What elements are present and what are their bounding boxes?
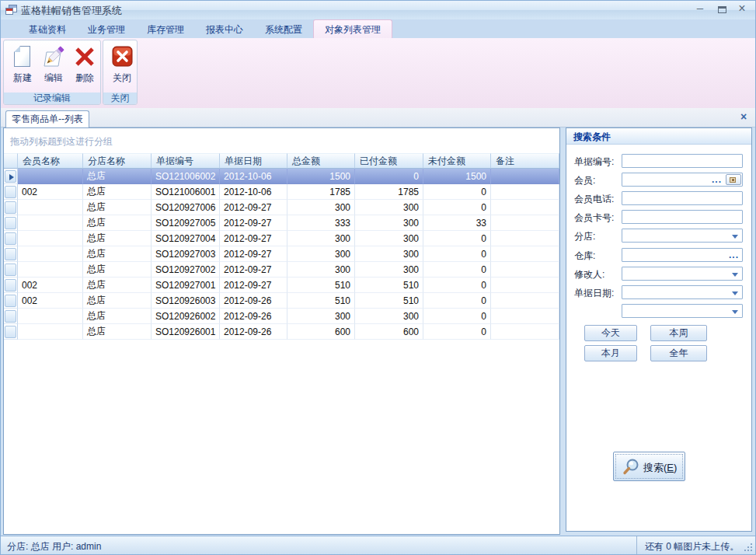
ellipsis-button[interactable]: ... [712, 174, 722, 185]
app-window: 蓝格鞋帽销售管理系统 – × 基础资料业务管理库存管理报表中心系统配置对象列表管… [0, 0, 756, 555]
statusbar-left-text: 分店: 总店 用户: admin [7, 540, 101, 553]
table-cell: 510 [287, 293, 355, 309]
table-cell [491, 169, 559, 184]
ribbon-button-关闭[interactable]: 关闭 [107, 43, 137, 91]
ribbon-button-label: 新建 [13, 72, 32, 83]
ribbon-button-label: 关闭 [113, 72, 131, 83]
table-cell [18, 246, 83, 262]
close-button[interactable]: × [732, 1, 752, 18]
column-header-3[interactable]: 单据编号 [152, 153, 220, 169]
column-header-6[interactable]: 已付金额 [355, 153, 423, 169]
row-indicator [4, 246, 18, 262]
search-field-label: 修改人: [574, 268, 604, 281]
close-document-icon[interactable]: × [738, 110, 749, 123]
document-tab-retail-list[interactable]: 零售商品单--列表 [5, 110, 89, 127]
table-cell: 总店 [83, 278, 152, 293]
table-cell: SO120927002 [152, 262, 220, 278]
table-cell: 0 [423, 309, 491, 324]
magnifier-icon [622, 458, 640, 476]
ribbon-button-删除[interactable]: 删除 [70, 43, 99, 91]
table-cell: SO120926003 [152, 293, 220, 309]
table-cell: 2012-09-27 [220, 215, 287, 231]
table-cell: 0 [423, 278, 491, 293]
row-indicator [4, 231, 18, 246]
group-by-hint[interactable]: 拖动列标题到这进行分组 [4, 128, 559, 153]
ribbon-tab-4[interactable]: 报表中心 [195, 20, 254, 39]
ribbon-button-label: 编辑 [44, 72, 63, 83]
table-cell: 总店 [83, 184, 152, 200]
column-header-1[interactable]: 会员名称 [18, 153, 83, 169]
chevron-down-icon[interactable] [732, 310, 738, 317]
quick-range-button-1[interactable]: 今天 [584, 325, 637, 341]
column-header-8[interactable]: 备注 [491, 153, 559, 169]
ribbon-group-1: 新建编辑删除记录编辑 [3, 40, 101, 105]
ribbon-button-新建[interactable]: 新建 [8, 43, 37, 91]
statusbar-right-text: 还有 0 幅图片未上传。 [645, 540, 739, 553]
table-row[interactable]: 总店SO1210060022012-10-06150001500 [4, 169, 559, 184]
table-cell: 0 [355, 169, 423, 184]
chevron-down-icon[interactable] [732, 273, 738, 280]
column-header-7[interactable]: 未付金额 [423, 153, 491, 169]
table-cell [491, 231, 559, 246]
search-field-input-9[interactable] [622, 304, 743, 318]
search-field-input-2[interactable]: ... [622, 173, 743, 187]
search-field-input-5[interactable] [622, 229, 743, 243]
quick-range-button-3[interactable]: 本月 [584, 345, 637, 361]
table-row[interactable]: 总店SO1209270042012-09-273003000 [4, 231, 559, 246]
close-red-icon [110, 44, 134, 69]
search-field-input-1[interactable] [622, 154, 743, 168]
search-field-input-6[interactable]: ... [622, 248, 743, 262]
table-cell: 总店 [83, 231, 152, 246]
ellipsis-button[interactable]: ... [729, 250, 739, 260]
quick-range-button-4[interactable]: 全年 [650, 345, 707, 361]
table-cell [491, 293, 559, 309]
table-row[interactable]: 总店SO1209270052012-09-2733330033 [4, 215, 559, 231]
search-button[interactable]: 搜索(E) [613, 452, 685, 481]
table-row[interactable]: 总店SO1209270032012-09-273003000 [4, 246, 559, 262]
quick-range-button-2[interactable]: 本周 [650, 325, 707, 341]
ribbon-tab-5[interactable]: 系统配置 [254, 20, 313, 39]
column-header-4[interactable]: 单据日期 [220, 153, 287, 169]
member-picker-button[interactable] [726, 174, 741, 185]
statusbar: 分店: 总店 用户: admin 还有 0 幅图片未上传。 [1, 536, 755, 554]
table-cell [18, 215, 83, 231]
ribbon-tab-1[interactable]: 基础资料 [18, 20, 77, 39]
row-indicator-header[interactable] [4, 153, 18, 169]
chevron-down-icon[interactable] [732, 235, 738, 242]
table-cell: 510 [355, 293, 423, 309]
maximize-button[interactable] [712, 1, 732, 18]
ribbon-tab-3[interactable]: 库存管理 [136, 20, 195, 39]
row-indicator [4, 200, 18, 215]
column-header-5[interactable]: 总金额 [287, 153, 355, 169]
search-field-input-7[interactable] [622, 267, 743, 281]
table-row[interactable]: 总店SO1209260012012-09-266006000 [4, 324, 559, 340]
search-field-input-8[interactable] [622, 285, 743, 299]
table-row[interactable]: 002总店SO1209270012012-09-275105100 [4, 278, 559, 293]
table-row[interactable]: 总店SO1209270022012-09-273003000 [4, 262, 559, 278]
table-row[interactable]: 002总店SO1210060012012-10-06178517850 [4, 184, 559, 200]
ribbon-tab-2[interactable]: 业务管理 [77, 20, 136, 39]
table-row[interactable]: 002总店SO1209260032012-09-265105100 [4, 293, 559, 309]
ribbon-tab-6[interactable]: 对象列表管理 [313, 19, 392, 38]
table-row[interactable]: 总店SO1209260022012-09-263003000 [4, 309, 559, 324]
search-field-input-3[interactable] [622, 191, 743, 205]
table-row[interactable]: 总店SO1209270062012-09-273003000 [4, 200, 559, 215]
table-cell: 总店 [83, 215, 152, 231]
table-cell: 300 [287, 262, 355, 278]
table-cell [491, 215, 559, 231]
table-cell: 总店 [83, 309, 152, 324]
app-icon [5, 5, 17, 16]
table-cell: 总店 [83, 169, 152, 184]
resize-grip[interactable] [744, 543, 754, 553]
ribbon-tab-strip: 基础资料业务管理库存管理报表中心系统配置对象列表管理 [1, 19, 755, 38]
minimize-button[interactable]: – [690, 1, 710, 18]
statusbar-right-segment: 还有 0 幅图片未上传。 [636, 536, 755, 554]
search-field-input-4[interactable] [622, 210, 743, 224]
selected-row-arrow-icon [9, 174, 17, 180]
ribbon-button-编辑[interactable]: 编辑 [39, 43, 68, 91]
table-cell: 333 [287, 215, 355, 231]
column-header-2[interactable]: 分店名称 [83, 153, 152, 169]
row-indicator [4, 262, 18, 278]
chevron-down-icon[interactable] [732, 291, 738, 298]
table-cell: 0 [423, 246, 491, 262]
